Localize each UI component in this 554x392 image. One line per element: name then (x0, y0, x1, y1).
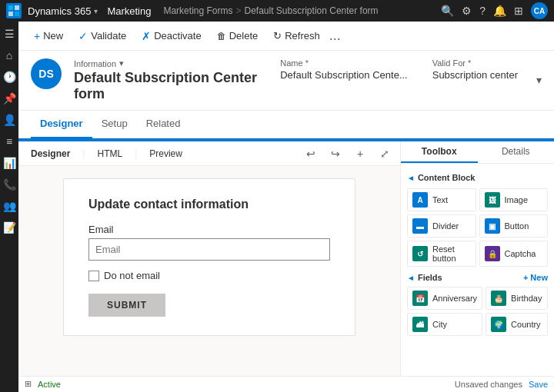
main-area: Designer | HTML | Preview ↩ ↪ + ⤢ Update… (18, 141, 554, 376)
refresh-button[interactable]: ↻ Refresh (267, 27, 326, 45)
svg-rect-3 (15, 12, 19, 16)
designer-tab-preview[interactable]: Preview (143, 147, 189, 161)
content-main: + New ✓ Validate ✗ Deactivate 🗑 Delete ↻… (18, 22, 554, 392)
toolbox-item-button[interactable]: ▣ Button (479, 214, 549, 238)
sidebar-home-icon[interactable]: ⌂ (3, 46, 15, 65)
button-icon: ▣ (485, 218, 500, 234)
breadcrumb-current: Default Subscription Center form (245, 5, 379, 16)
toolbox-item-image[interactable]: 🖼 Image (479, 188, 549, 211)
fields-header: ◄ Fields + New (407, 273, 548, 282)
delete-icon: 🗑 (217, 31, 226, 42)
birthday-icon: 🎂 (491, 291, 506, 306)
deactivate-icon: ✗ (142, 30, 151, 42)
toolbox-item-text[interactable]: A Text (407, 188, 476, 211)
status-bar-right: Unsaved changes Save (455, 380, 548, 389)
svg-rect-0 (8, 5, 13, 10)
help-icon[interactable]: ? (479, 5, 486, 17)
svg-rect-2 (8, 12, 13, 16)
header-field-validfor: Valid For * Subscription center (432, 58, 518, 81)
app-name-chevron: ▾ (94, 7, 98, 15)
validate-icon: ✓ (78, 30, 88, 42)
deactivate-button[interactable]: ✗ Deactivate (135, 27, 207, 45)
user-avatar[interactable]: CA (531, 2, 548, 19)
sidebar-recent-icon[interactable]: 🕐 (0, 68, 19, 86)
toolbox-item-captcha[interactable]: 🔒 Captcha (479, 241, 549, 267)
tab-related[interactable]: Related (137, 111, 190, 138)
designer-canvas: Update contact information Email Do not … (18, 166, 400, 376)
toolbox-item-city[interactable]: 🏙 City (407, 313, 482, 336)
captcha-icon: 🔒 (485, 246, 500, 261)
delete-button[interactable]: 🗑 Delete (211, 27, 265, 45)
image-icon: 🖼 (485, 192, 500, 208)
do-not-email-checkbox[interactable] (88, 271, 99, 281)
breadcrumb: Marketing Forms > Default Subscription C… (163, 5, 435, 16)
toolbox-panel: Toolbox Details ◄ Content Block A Text (400, 141, 554, 376)
toolbox-item-divider[interactable]: ▬ Divider (407, 214, 476, 238)
sidebar-pin-icon[interactable]: 📌 (0, 89, 19, 108)
anniversary-icon: 📅 (412, 291, 428, 306)
text-icon: A (412, 192, 428, 208)
sidebar-notes-icon[interactable]: 📝 (0, 218, 19, 237)
fields-arrow[interactable]: ◄ (407, 274, 415, 282)
toolbox-item-reset-button[interactable]: ↺ Reset button (407, 241, 476, 267)
settings-icon[interactable]: ⚙ (462, 5, 472, 17)
toolbox-tab-toolbox[interactable]: Toolbox (401, 141, 478, 163)
city-icon: 🏙 (412, 317, 428, 332)
designer-tab-html[interactable]: HTML (91, 147, 128, 161)
refresh-icon: ↻ (273, 30, 282, 42)
fullscreen-button[interactable]: ⤢ (375, 145, 394, 163)
info-tag: Information ▾ (74, 58, 268, 68)
header-expand-icon[interactable]: ▾ (536, 74, 542, 86)
record-header: DS Information ▾ Default Subscription Ce… (18, 51, 554, 111)
app-name[interactable]: Dynamics 365 ▾ (28, 5, 98, 17)
toolbox-item-anniversary[interactable]: 📅 Anniversary (407, 287, 482, 310)
new-icon: + (34, 30, 40, 42)
status-bar: ⊞ Active Unsaved changes Save (18, 376, 554, 392)
form-card: Update contact information Email Do not … (63, 178, 355, 336)
new-button[interactable]: + New (28, 27, 69, 45)
unsaved-changes-label: Unsaved changes (455, 380, 522, 389)
notification-icon[interactable]: 🔔 (493, 5, 506, 17)
undo-button[interactable]: ↩ (302, 145, 320, 163)
search-icon[interactable]: 🔍 (441, 5, 454, 17)
toolbox-tab-bar: Toolbox Details (401, 141, 554, 164)
add-block-button[interactable]: + (351, 145, 369, 163)
breadcrumb-forms[interactable]: Marketing Forms (163, 5, 232, 16)
form-designer: Designer | HTML | Preview ↩ ↪ + ⤢ Update… (18, 141, 400, 376)
toolbox-content: ◄ Content Block A Text 🖼 Image (401, 164, 554, 376)
command-bar: + New ✓ Validate ✗ Deactivate 🗑 Delete ↻… (18, 22, 554, 51)
divider-icon: ▬ (412, 218, 428, 234)
info-tag-chevron[interactable]: ▾ (119, 58, 124, 68)
sidebar-list-icon[interactable]: ≡ (3, 132, 15, 151)
apps-icon[interactable]: ⊞ (514, 5, 523, 17)
sidebar-menu-icon[interactable]: ☰ (2, 25, 18, 43)
designer-tab-designer[interactable]: Designer (25, 147, 76, 161)
content-block-arrow[interactable]: ◄ (407, 174, 415, 182)
sidebar-group-icon[interactable]: 👥 (0, 197, 19, 215)
sidebar-phone-icon[interactable]: 📞 (0, 175, 19, 194)
toolbox-tab-details[interactable]: Details (478, 141, 555, 163)
redo-button[interactable]: ↪ (326, 145, 345, 163)
record-avatar: DS (31, 58, 62, 89)
header-field-name: Name * Default Subscription Cente... (280, 58, 407, 81)
header-fields: Name * Default Subscription Cente... Val… (280, 58, 518, 81)
app-logo[interactable] (6, 3, 22, 18)
tab-designer[interactable]: Designer (31, 111, 92, 138)
nav-icons: 🔍 ⚙ ? 🔔 ⊞ CA (441, 2, 548, 19)
email-input[interactable] (88, 238, 330, 261)
form-card-title: Update contact information (88, 198, 330, 211)
new-field-link[interactable]: + New (523, 273, 548, 282)
validate-button[interactable]: ✓ Validate (72, 27, 132, 45)
more-button[interactable]: ... (329, 28, 341, 44)
module-name: Marketing (107, 5, 151, 17)
sidebar-chart-icon[interactable]: 📊 (0, 154, 19, 172)
submit-button[interactable]: SUBMIT (88, 294, 165, 317)
left-sidebar: ☰ ⌂ 🕐 📌 👤 ≡ 📊 📞 👥 📝 (0, 22, 18, 392)
sidebar-contacts-icon[interactable]: 👤 (0, 111, 19, 129)
tab-setup[interactable]: Setup (92, 111, 137, 138)
save-button[interactable]: Save (529, 380, 548, 389)
reset-icon: ↺ (412, 246, 428, 261)
toolbox-item-country[interactable]: 🌍 Country (486, 313, 548, 336)
toolbox-item-birthday[interactable]: 🎂 Birthday (486, 287, 548, 310)
record-title: Default Subscription Center form (74, 70, 268, 102)
